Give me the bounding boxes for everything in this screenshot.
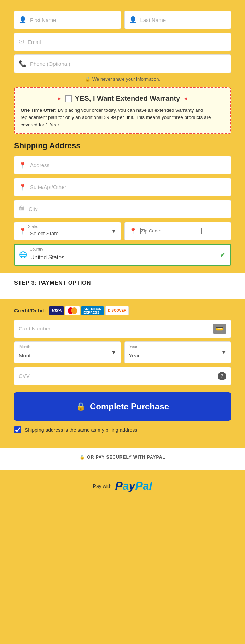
first-name-group: 👤: [14, 11, 121, 29]
email-group: ✉: [14, 33, 231, 51]
person-icon-2: 👤: [129, 16, 137, 24]
paypal-text-light: Pal: [135, 479, 152, 493]
paypal-divider-section: 🔒 OR PAY SECURELY WITH PAYPAL: [0, 448, 245, 470]
year-group: Year Year 2024202520262027 202820292030 …: [124, 341, 231, 363]
payment-step-header: STEP 3: PAYMENT OPTION: [0, 273, 245, 299]
globe-icon: 🌐: [19, 251, 27, 259]
state-select[interactable]: Select State: [30, 225, 116, 236]
month-group: Month Month 01020304 05060708 09101112 ▼: [14, 341, 121, 363]
name-row: 👤 👤: [14, 11, 231, 29]
email-icon: ✉: [19, 38, 24, 46]
amex-logo: AMERICANEXPRESS: [81, 306, 104, 315]
divider-line-left: [14, 457, 76, 457]
billing-same-checkbox[interactable]: [14, 426, 21, 433]
payment-section: Credit/Debit: VISA AMERICANEXPRESS DISCO…: [0, 299, 245, 448]
month-year-row: Month Month 01020304 05060708 09101112 ▼…: [14, 341, 231, 363]
warranty-offer-label: One Time Offer:: [21, 108, 57, 113]
paypal-pay-with-text: Pay with: [93, 483, 112, 489]
last-name-input[interactable]: [140, 17, 227, 23]
paypal-divider-row: 🔒 OR PAY SECURELY WITH PAYPAL: [14, 455, 231, 460]
suite-input[interactable]: [30, 184, 226, 190]
city-input[interactable]: [29, 206, 226, 212]
address-input[interactable]: [30, 162, 226, 168]
billing-checkbox-row: Shipping address is the same as my billi…: [14, 426, 231, 433]
billing-same-label[interactable]: Shipping address is the same as my billi…: [25, 427, 137, 433]
paypal-section: Pay with P a y Pal: [0, 470, 245, 506]
address-group: 📍: [14, 156, 231, 174]
month-label: Month: [19, 345, 30, 349]
credit-debit-label: Credit/Debit:: [14, 307, 46, 314]
payment-step-label: STEP 3: PAYMENT OPTION: [14, 280, 231, 286]
shipping-section: Shipping Address 📍 📍 🏛 📍 State: Select S…: [14, 141, 231, 266]
state-label: State:: [28, 224, 38, 229]
location-icon-2: 📍: [19, 183, 27, 191]
complete-purchase-label: Complete Purchase: [90, 402, 169, 412]
arrow-right-icon: ►: [57, 96, 62, 102]
paypal-p-blue: P: [115, 479, 122, 493]
location-icon-4: 📍: [129, 227, 137, 235]
lock-icon-privacy: 🔒: [85, 76, 91, 82]
privacy-note: 🔒 We never share your information.: [14, 76, 231, 82]
paypal-divider-label: OR PAY SECURELY WITH PAYPAL: [87, 455, 165, 460]
warranty-title: ► YES, I Want Extended Warranty ◄: [21, 94, 224, 103]
shipping-heading: Shipping Address: [14, 141, 231, 150]
cvv-help-button[interactable]: ?: [218, 372, 226, 380]
cvv-input[interactable]: [19, 373, 218, 379]
warranty-offer-text: One Time Offer: By placing your order to…: [21, 107, 224, 128]
visa-logo: VISA: [49, 306, 64, 315]
credit-card-icon: 💳: [216, 325, 223, 332]
phone-input[interactable]: [30, 61, 226, 67]
page-wrapper: 👤 👤 ✉ 📞 🔒 We never share your informatio…: [0, 0, 245, 644]
card-logos: VISA AMERICANEXPRESS DISCOVER: [49, 306, 129, 315]
email-input[interactable]: [28, 39, 226, 45]
checkmark-icon: ✔: [220, 251, 226, 259]
warranty-title-text: YES, I Want Extended Warranty: [75, 94, 180, 103]
zip-group: 📍: [124, 222, 231, 240]
country-label: Country: [30, 247, 43, 251]
year-chevron-icon: ▼: [221, 350, 226, 355]
card-icon: 💳: [213, 324, 226, 334]
country-value: United States: [30, 249, 220, 261]
month-chevron-icon: ▼: [111, 350, 116, 355]
phone-group: 📞: [14, 54, 231, 73]
month-select[interactable]: Month 01020304 05060708 09101112: [19, 346, 116, 358]
city-group: 🏛: [14, 200, 231, 218]
paypal-divider-text: 🔒 OR PAY SECURELY WITH PAYPAL: [80, 455, 165, 460]
paypal-p-light: a: [123, 479, 129, 493]
warranty-box: ► YES, I Want Extended Warranty ◄ One Ti…: [14, 87, 231, 134]
paypal-text-dark: y: [129, 479, 135, 493]
first-name-input[interactable]: [30, 17, 116, 23]
suite-group: 📍: [14, 178, 231, 196]
lock-icon-btn: 🔒: [76, 402, 86, 411]
privacy-text: We never share your information.: [92, 76, 160, 82]
zip-input[interactable]: [140, 228, 202, 234]
credit-debit-row: Credit/Debit: VISA AMERICANEXPRESS DISCO…: [14, 306, 231, 315]
arrow-left-icon: ◄: [183, 96, 188, 102]
year-select[interactable]: Year 2024202520262027 202820292030: [129, 346, 227, 358]
card-number-group: 💳: [14, 320, 231, 338]
mc-circle-orange: [71, 307, 77, 314]
country-group: 🌐 Country United States ✔: [14, 244, 231, 266]
location-icon: 📍: [19, 161, 27, 169]
last-name-group: 👤: [124, 11, 231, 29]
card-number-input[interactable]: [19, 326, 213, 332]
person-icon: 👤: [19, 16, 27, 24]
year-label: Year: [130, 345, 138, 349]
location-icon-3: 📍: [19, 227, 27, 235]
mastercard-logo: [65, 306, 80, 315]
lock-icon-paypal: 🔒: [80, 455, 85, 460]
complete-purchase-button[interactable]: 🔒 Complete Purchase: [14, 392, 231, 421]
chevron-down-icon: ▼: [111, 228, 116, 234]
state-zip-row: 📍 State: Select State ▼ 📍: [14, 222, 231, 240]
state-group: 📍 State: Select State ▼: [14, 222, 121, 240]
building-icon: 🏛: [19, 205, 25, 213]
warranty-checkbox[interactable]: [65, 95, 72, 102]
cvv-group: ?: [14, 367, 231, 385]
divider-line-right: [169, 457, 231, 457]
paypal-logo: P a y Pal: [115, 479, 152, 493]
phone-icon: 📞: [19, 60, 27, 68]
paypal-button[interactable]: Pay with P a y Pal: [14, 474, 231, 499]
discover-logo: DISCOVER: [105, 306, 129, 315]
